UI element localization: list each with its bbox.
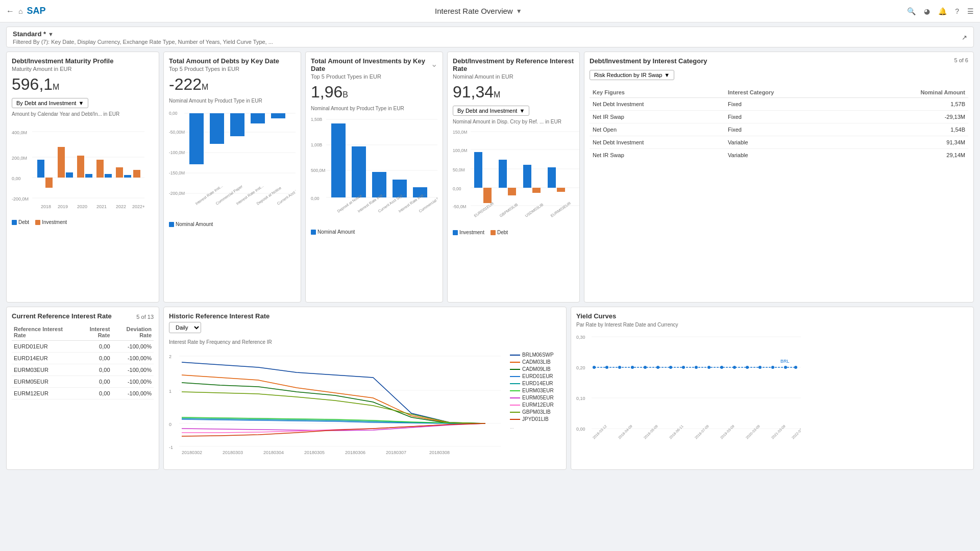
hist-chart-label: Interest Rate by Frequency and Reference… — [169, 339, 561, 345]
card5-dropdown[interactable]: Risk Reduction by IR Swap ▼ — [590, 70, 674, 80]
svg-text:2022: 2022 — [116, 204, 126, 209]
svg-rect-74 — [483, 188, 492, 203]
help-icon[interactable]: ? — [955, 7, 959, 15]
card1-dropdown[interactable]: By Debt and Investment ▼ — [12, 98, 88, 108]
svg-point-119 — [733, 366, 736, 369]
card1-bar-chart: 400,0M 200,0M 0,00 -200,0M — [12, 119, 144, 216]
svg-text:500,0M: 500,0M — [311, 168, 325, 173]
dev-cell: -100,00% — [112, 341, 154, 353]
svg-text:-100,0M: -100,0M — [169, 150, 185, 155]
hist-legend: BRLM06SWP CADM03LIB CADM09LIB EURD01EUR … — [510, 347, 561, 454]
svg-rect-10 — [58, 147, 65, 178]
card4-dropdown[interactable]: By Debt and Investment ▼ — [453, 106, 529, 116]
card3-chevron[interactable]: ⌄ — [431, 59, 437, 69]
svg-text:2020-03-09: 2020-03-09 — [745, 424, 761, 439]
table-row: EURD01EUR 0,00 -100,00% — [12, 341, 154, 353]
svg-text:BRL: BRL — [780, 359, 790, 364]
svg-point-122 — [771, 366, 774, 369]
svg-text:2018-07-09: 2018-07-09 — [694, 424, 709, 439]
table-row: EURM12EUR 0,00 -100,00% — [12, 388, 154, 399]
card4-bar-chart: 150,0M 100,0M 50,0M 0,00 -50,0M — [453, 127, 579, 226]
card4-dropdown-label: By Debt and Investment — [457, 108, 517, 114]
svg-text:GBPM03LIB: GBPM03LIB — [499, 202, 519, 218]
svg-text:1,50B: 1,50B — [311, 117, 323, 122]
card-investments-by-date: Total Amount of Investments by Key Date … — [305, 52, 443, 303]
card-yield-curves: Yield Curves Par Rate by Interest Rate D… — [571, 307, 974, 470]
th-nominal-amount: Nominal Amount — [848, 87, 968, 98]
legend-debt4-dot — [491, 230, 496, 235]
legend-debt-dot — [12, 220, 17, 225]
ref-table: Reference Interest Rate Interest Rate De… — [12, 324, 154, 399]
card4-subtitle: Nominal Amount in EUR — [453, 73, 574, 80]
svg-point-112 — [644, 366, 647, 369]
svg-text:USDM03LIB: USDM03LIB — [524, 202, 544, 218]
svg-text:0: 0 — [169, 422, 172, 427]
card4-value-num: 91,34 — [453, 83, 494, 101]
th-ref-rate: Reference Interest Rate — [12, 324, 76, 341]
svg-text:0,00: 0,00 — [169, 111, 178, 116]
card4-value: 91,34M — [453, 83, 574, 102]
freq-select[interactable]: Daily — [169, 322, 201, 333]
svg-point-123 — [784, 366, 787, 369]
card5-title: Debt/Investment by Interest Category — [590, 57, 707, 65]
svg-text:EURD01EUR: EURD01EUR — [473, 201, 495, 218]
table-row: Net Open Fixed 1,54B — [590, 123, 968, 136]
amount-cell: 1,57B — [848, 98, 968, 111]
ref-page: 5 of 13 — [136, 314, 154, 320]
svg-text:100,0M: 100,0M — [453, 148, 467, 153]
card1-subtitle: Maturity Amount in EUR — [12, 66, 154, 72]
card4-chart-label: Nominal Amount in Disp. Crcy by Ref. ...… — [453, 119, 574, 124]
category-cell: Variable — [725, 136, 848, 149]
ref-cell: EURM03EUR — [12, 364, 76, 376]
amount-cell: 91,34M — [848, 136, 968, 149]
svg-text:20180302: 20180302 — [182, 450, 202, 454]
title-dropdown-icon[interactable]: ▼ — [516, 8, 522, 15]
svg-rect-75 — [499, 160, 507, 188]
svg-rect-78 — [532, 188, 541, 193]
card2-value: -222M — [169, 75, 296, 94]
svg-rect-79 — [548, 167, 556, 188]
card1-dropdown-label: By Debt and Investment — [16, 100, 76, 106]
export-icon[interactable]: ↗ — [962, 34, 967, 41]
cards-row: Debt/Investment Maturity Profile Maturit… — [6, 52, 974, 303]
rate-cell: 0,00 — [76, 364, 112, 376]
svg-rect-37 — [230, 113, 244, 136]
amount-cell: -29,13M — [848, 111, 968, 123]
page-title: Interest Rate Overview ▼ — [54, 7, 903, 15]
table-row: Net IR Swap Fixed -29,13M — [590, 111, 968, 123]
svg-text:-1: -1 — [169, 445, 173, 450]
rate-cell: 0,00 — [76, 341, 112, 353]
legend-debt-label: Debt — [18, 219, 29, 225]
legend-nominal3: Nominal Amount — [311, 229, 355, 235]
card2-title: Total Amount of Debts by Key Date — [169, 57, 296, 65]
card3-unit: B — [342, 90, 348, 99]
th-key-figures: Key Figures — [590, 87, 725, 98]
svg-point-111 — [631, 366, 634, 369]
ref-title: Current Reference Interest Rate — [12, 312, 112, 320]
category-cell: Fixed — [725, 98, 848, 111]
card-historic-ref: Historic Reference Interest Rate Daily I… — [163, 307, 567, 470]
clock-icon[interactable]: ◕ — [924, 7, 930, 15]
svg-text:2019: 2019 — [58, 204, 68, 209]
card2-legend: Nominal Amount — [169, 221, 296, 227]
sap-logo: SAP — [27, 6, 45, 16]
menu-icon[interactable]: ☰ — [967, 7, 974, 15]
svg-rect-18 — [133, 170, 140, 178]
search-icon[interactable]: 🔍 — [907, 7, 916, 15]
legend-debt: Debt — [12, 219, 29, 225]
legend-nominal3-dot — [311, 230, 316, 235]
back-arrow[interactable]: ← — [6, 7, 14, 16]
svg-text:0,20: 0,20 — [576, 365, 585, 370]
svg-text:0,00: 0,00 — [453, 186, 461, 191]
key-figures-cell: Net Debt Investment — [590, 136, 725, 149]
legend-debt4: Debt — [491, 230, 508, 235]
ref-cell: EURD14EUR — [12, 353, 76, 364]
key-figures-cell: Net Open — [590, 123, 725, 136]
svg-text:0,10: 0,10 — [576, 396, 585, 401]
standard-dropdown-icon[interactable]: ▼ — [48, 31, 54, 37]
notification-icon[interactable]: 🔔 — [938, 7, 947, 15]
card4-legend: Investment Debt — [453, 230, 574, 235]
svg-rect-14 — [96, 160, 104, 178]
home-icon[interactable]: ⌂ — [18, 7, 22, 15]
category-cell: Variable — [725, 149, 848, 162]
